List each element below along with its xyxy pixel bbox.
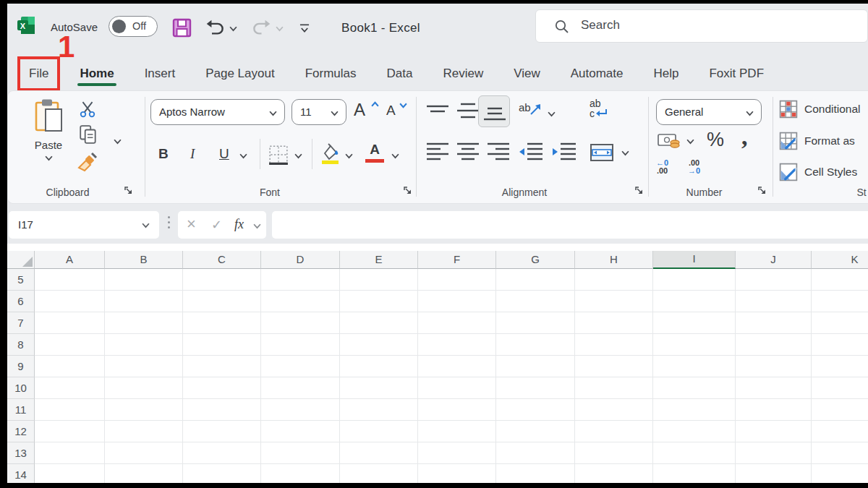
row-header-12[interactable]: 12 — [7, 421, 35, 442]
align-center-icon[interactable] — [456, 142, 480, 162]
enter-icon[interactable]: ✓ — [211, 217, 222, 233]
cell-A11[interactable] — [35, 399, 105, 421]
cell-E7[interactable] — [340, 312, 418, 334]
cell-K13[interactable] — [812, 442, 868, 464]
copy-icon[interactable] — [79, 124, 98, 145]
font-dialog-launcher-icon[interactable] — [403, 186, 412, 195]
cell-I14[interactable] — [653, 464, 736, 483]
orientation-icon[interactable]: ab — [519, 101, 531, 114]
cell-E13[interactable] — [340, 442, 418, 464]
cell-J12[interactable] — [736, 421, 812, 442]
cell-C10[interactable] — [183, 377, 261, 399]
cell-D6[interactable] — [261, 291, 340, 312]
comma-style-button[interactable]: , — [741, 123, 748, 150]
cell-B11[interactable] — [105, 399, 183, 421]
cell-G9[interactable] — [496, 356, 575, 377]
increase-decimal-button[interactable]: ←0 .00 — [656, 159, 668, 175]
accounting-format-icon[interactable] — [658, 132, 681, 150]
undo-icon[interactable] — [205, 18, 225, 38]
cell-I13[interactable] — [653, 442, 736, 464]
cell-H10[interactable] — [575, 377, 653, 399]
cell-H8[interactable] — [575, 334, 653, 356]
cell-D11[interactable] — [261, 399, 340, 421]
cell-D10[interactable] — [261, 377, 340, 399]
save-icon[interactable] — [172, 18, 192, 38]
cell-H5[interactable] — [575, 269, 653, 291]
cell-J8[interactable] — [736, 334, 812, 356]
clipboard-dialog-launcher-icon[interactable] — [124, 186, 133, 195]
cell-B6[interactable] — [105, 291, 183, 312]
cell-C9[interactable] — [183, 356, 261, 377]
tab-foxit-pdf[interactable]: Foxit PDF — [694, 59, 779, 88]
customize-quick-access-icon[interactable] — [299, 23, 310, 33]
cell-B14[interactable] — [105, 464, 183, 483]
cell-E9[interactable] — [340, 356, 418, 377]
cell-E10[interactable] — [340, 377, 418, 399]
row-header-14[interactable]: 14 — [7, 464, 35, 483]
cell-F5[interactable] — [418, 269, 496, 291]
cell-C14[interactable] — [183, 464, 261, 483]
cell-I9[interactable] — [653, 356, 736, 377]
copy-dropdown-chevron[interactable] — [114, 139, 122, 145]
row-header-10[interactable]: 10 — [7, 377, 35, 399]
font-name-combo[interactable]: Aptos Narrow — [150, 99, 285, 125]
cell-F14[interactable] — [418, 464, 496, 483]
column-header-A[interactable]: A — [35, 251, 105, 269]
cell-A12[interactable] — [35, 421, 105, 442]
column-header-F[interactable]: F — [418, 251, 496, 269]
column-header-G[interactable]: G — [496, 251, 575, 269]
cell-B10[interactable] — [105, 377, 183, 399]
cell-C5[interactable] — [183, 269, 261, 291]
tab-data[interactable]: Data — [372, 59, 428, 88]
cell-styles-button[interactable]: Cell Styles — [779, 163, 857, 181]
number-dialog-launcher-icon[interactable] — [757, 186, 767, 195]
tab-view[interactable]: View — [498, 59, 556, 88]
cell-I11[interactable] — [653, 399, 736, 421]
cell-G8[interactable] — [496, 334, 575, 356]
cell-D13[interactable] — [261, 442, 340, 464]
cell-G6[interactable] — [496, 291, 575, 312]
fill-color-dropdown-chevron[interactable] — [345, 153, 353, 159]
decrease-font-size-button[interactable]: A — [386, 103, 396, 119]
cell-H13[interactable] — [575, 442, 653, 464]
row-header-13[interactable]: 13 — [7, 442, 35, 464]
align-left-icon[interactable] — [426, 142, 449, 162]
name-box[interactable]: I17 — [9, 211, 159, 239]
autosave-toggle[interactable]: Off — [109, 16, 158, 37]
cell-K6[interactable] — [812, 291, 868, 312]
cell-H11[interactable] — [575, 399, 653, 421]
cell-D5[interactable] — [261, 269, 340, 291]
cell-I5[interactable] — [653, 269, 736, 291]
tab-home[interactable]: Home — [64, 59, 129, 88]
cell-K5[interactable] — [812, 269, 868, 291]
merge-center-icon[interactable] — [590, 143, 614, 162]
select-all-button[interactable] — [7, 251, 35, 269]
cell-K8[interactable] — [812, 334, 868, 356]
underline-button[interactable]: U — [219, 146, 229, 162]
row-header-11[interactable]: 11 — [7, 399, 35, 421]
align-bottom-icon[interactable] — [483, 104, 506, 121]
column-header-B[interactable]: B — [105, 251, 183, 269]
cell-E5[interactable] — [340, 269, 418, 291]
format-as-table-button[interactable]: Format as — [779, 132, 855, 150]
column-header-D[interactable]: D — [261, 251, 340, 269]
underline-dropdown-chevron[interactable] — [239, 153, 247, 159]
percent-style-button[interactable]: % — [707, 129, 724, 151]
borders-icon[interactable] — [268, 145, 289, 165]
cell-B9[interactable] — [105, 356, 183, 377]
alignment-dialog-launcher-icon[interactable] — [634, 186, 644, 195]
cell-E11[interactable] — [340, 399, 418, 421]
cell-H14[interactable] — [575, 464, 653, 483]
tab-formulas[interactable]: Formulas — [290, 59, 372, 88]
redo-icon[interactable] — [252, 18, 271, 38]
cell-G13[interactable] — [496, 442, 575, 464]
orientation-dropdown-chevron[interactable] — [548, 111, 556, 117]
tab-page-layout[interactable]: Page Layout — [190, 59, 289, 88]
cell-C13[interactable] — [183, 442, 261, 464]
row-header-5[interactable]: 5 — [7, 269, 35, 291]
merge-center-dropdown-chevron[interactable] — [621, 150, 629, 156]
row-header-8[interactable]: 8 — [7, 334, 35, 356]
cell-F7[interactable] — [418, 312, 496, 334]
cell-K14[interactable] — [812, 464, 868, 483]
increase-indent-icon[interactable] — [552, 142, 576, 162]
